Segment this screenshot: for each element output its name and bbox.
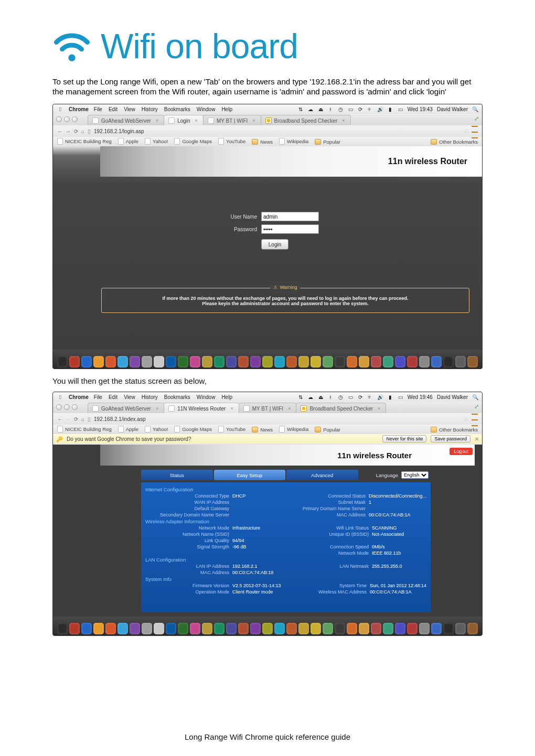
menu-item[interactable]: Bookmarks — [164, 394, 190, 400]
menu-item[interactable]: Window — [197, 394, 216, 400]
username-input[interactable] — [261, 212, 319, 221]
dock-app[interactable] — [178, 623, 188, 634]
bookmark-item[interactable]: Apple — [118, 138, 138, 145]
browser-tab[interactable]: Login× — [164, 115, 204, 125]
browser-tab[interactable]: Broadband Speed Checker× — [261, 115, 351, 125]
dock-app[interactable] — [335, 623, 345, 634]
dock-app[interactable] — [311, 356, 321, 368]
reload-icon[interactable]: ⟳ — [74, 416, 78, 422]
bookmark-item[interactable]: Popular — [315, 427, 340, 433]
bookmark-star-icon[interactable]: ☆ — [464, 128, 468, 134]
dock-app[interactable] — [359, 356, 369, 368]
close-icon[interactable]: ✕ — [475, 436, 479, 442]
reload-icon[interactable]: ⟳ — [74, 128, 78, 134]
other-bookmarks[interactable]: Other Bookmarks — [431, 427, 478, 433]
dock-app[interactable] — [166, 623, 176, 634]
bookmark-item[interactable]: Apple — [118, 426, 138, 433]
home-icon[interactable]: ⌂ — [81, 128, 84, 134]
dock-app[interactable] — [347, 623, 357, 634]
dock-app[interactable] — [130, 623, 140, 634]
tab-close-icon[interactable]: × — [195, 118, 198, 123]
tab-close-icon[interactable]: × — [230, 406, 233, 411]
dock-app[interactable] — [238, 356, 249, 368]
dock-app[interactable] — [214, 623, 224, 634]
bookmark-item[interactable]: Google Maps — [174, 138, 212, 145]
dock-app[interactable] — [57, 356, 68, 368]
save-password-button[interactable]: Save password — [431, 435, 470, 442]
dock-app[interactable] — [383, 623, 393, 634]
dock-app[interactable] — [190, 623, 200, 634]
bookmark-item[interactable]: Google Maps — [174, 426, 212, 433]
dock-app[interactable] — [419, 356, 430, 368]
dock-app[interactable] — [298, 356, 309, 368]
browser-tab[interactable]: Broadband Speed Checker× — [296, 403, 386, 413]
dock-app[interactable] — [81, 623, 92, 634]
dock-app[interactable] — [395, 623, 405, 634]
dock-app[interactable] — [130, 356, 140, 368]
bookmark-item[interactable]: NICEIC Building Reg — [57, 426, 112, 433]
dock-app[interactable] — [443, 623, 454, 634]
dock-app[interactable] — [117, 623, 128, 634]
tab-easy-setup[interactable]: Easy Setup — [214, 470, 286, 480]
dock-app[interactable] — [467, 356, 478, 368]
window-traffic-lights[interactable] — [56, 116, 78, 122]
dock-app[interactable] — [226, 356, 237, 368]
dock-app[interactable] — [93, 356, 104, 368]
menu-item[interactable]: Window — [197, 106, 216, 112]
dock-app[interactable] — [371, 623, 381, 634]
dock-app[interactable] — [347, 356, 357, 368]
other-bookmarks[interactable]: Other Bookmarks — [431, 139, 478, 145]
bookmark-item[interactable]: News — [252, 139, 273, 145]
menu-item[interactable]: Help — [221, 106, 232, 112]
dock-app[interactable] — [250, 356, 261, 368]
language-select[interactable]: English — [401, 471, 429, 479]
bookmark-item[interactable]: Yahoo! — [145, 426, 168, 433]
menu-item[interactable]: Help — [221, 394, 232, 400]
dock-app[interactable] — [419, 623, 430, 634]
tab-close-icon[interactable]: × — [156, 406, 158, 411]
browser-tab[interactable]: GoAhead WebServer× — [88, 403, 164, 413]
dock-app[interactable] — [202, 356, 212, 368]
browser-tab[interactable]: MY BT | WIFI× — [203, 115, 261, 125]
password-input[interactable] — [261, 224, 319, 234]
login-button[interactable]: Login — [261, 239, 288, 250]
menu-item[interactable]: View — [124, 106, 135, 112]
dock-app[interactable] — [262, 356, 273, 368]
dock-app[interactable] — [311, 623, 321, 634]
menu-item[interactable]: Bookmarks — [164, 106, 190, 112]
dock-app[interactable] — [117, 356, 128, 368]
dock-app[interactable] — [455, 356, 466, 368]
dock-app[interactable] — [383, 356, 393, 368]
dock-app[interactable] — [214, 356, 224, 368]
bookmark-item[interactable]: Yahoo! — [145, 138, 168, 145]
logout-button[interactable]: Logout — [450, 448, 473, 455]
dock-app[interactable] — [298, 623, 309, 634]
menu-item[interactable]: History — [142, 394, 158, 400]
language-selector[interactable]: Language English — [359, 470, 431, 480]
fullscreen-icon[interactable]: ⤢ — [474, 403, 479, 410]
url-text-2[interactable]: 192.168.2.1/index.asp — [94, 416, 145, 422]
bookmark-item[interactable]: YouTube — [218, 138, 245, 145]
dock-app[interactable] — [69, 623, 80, 634]
dock-app[interactable] — [154, 623, 164, 634]
home-icon[interactable]: ⌂ — [81, 416, 84, 422]
url-text[interactable]: 192.168.2.1/login.asp — [94, 128, 144, 134]
dock-app[interactable] — [154, 356, 164, 368]
menu-item[interactable]: File — [94, 394, 102, 400]
dock-app[interactable] — [431, 356, 442, 368]
forward-icon[interactable]: → — [66, 128, 71, 134]
dock-app[interactable] — [226, 623, 237, 634]
dock-app[interactable] — [142, 356, 152, 368]
bookmark-item[interactable]: Wikipedia — [279, 426, 308, 433]
tab-close-icon[interactable]: × — [252, 118, 255, 123]
bookmark-star-icon[interactable]: ☆ — [464, 416, 468, 422]
tab-advanced[interactable]: Advanced — [286, 470, 358, 480]
browser-tab[interactable]: GoAhead WebServer× — [88, 115, 164, 125]
dock-app[interactable] — [69, 356, 80, 368]
tab-close-icon[interactable]: × — [156, 118, 158, 123]
browser-tab[interactable]: 11N Wireless Router× — [164, 403, 239, 413]
dock-app[interactable] — [190, 356, 200, 368]
dock-app[interactable] — [93, 623, 104, 634]
dock-app[interactable] — [250, 623, 261, 634]
fullscreen-icon[interactable]: ⤢ — [474, 115, 479, 122]
